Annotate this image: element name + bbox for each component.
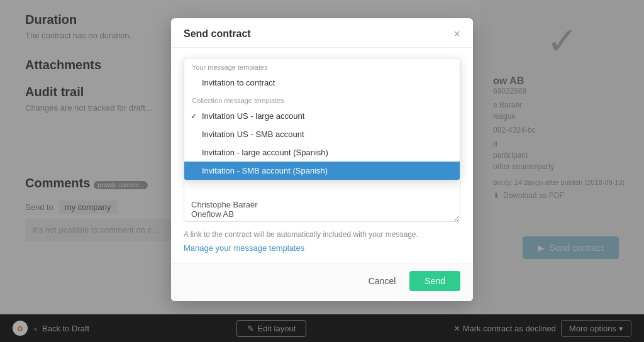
check-icon: ✓ bbox=[191, 112, 197, 121]
invitation-contract-label: Invitation to contract bbox=[202, 78, 275, 87]
group-label-collection-templates: Collection message templates bbox=[184, 92, 460, 107]
group-label-your-templates: Your message templates bbox=[184, 58, 460, 74]
template-item-smb-spanish[interactable]: Invitation - SMB account (Spanish) bbox=[184, 162, 460, 180]
us-large-label: Invitation US - large account bbox=[202, 111, 304, 121]
template-dropdown-container: Your message templates Invitation to con… bbox=[184, 58, 460, 155]
template-item-us-smb[interactable]: Invitation US - SMB account bbox=[184, 125, 460, 143]
modal-footer: Cancel Send bbox=[171, 263, 473, 301]
modal-title: Send contract bbox=[184, 28, 251, 40]
template-item-large-spanish[interactable]: Invitation - large account (Spanish) bbox=[184, 143, 460, 162]
large-spanish-label: Invitation - large account (Spanish) bbox=[202, 148, 328, 157]
modal-body: Your message templates Invitation to con… bbox=[171, 48, 473, 263]
template-item-us-large[interactable]: ✓ Invitation US - large account bbox=[184, 107, 460, 125]
template-item-invitation-contract[interactable]: Invitation to contract bbox=[184, 74, 460, 92]
template-dropdown-popup[interactable]: Your message templates Invitation to con… bbox=[184, 58, 460, 180]
send-contract-modal: Send contract × Your message templates I… bbox=[171, 18, 473, 301]
modal-close-button[interactable]: × bbox=[453, 28, 460, 40]
modal-hint-text: A link to the contract will be automatic… bbox=[184, 230, 460, 239]
cancel-button[interactable]: Cancel bbox=[361, 271, 404, 291]
us-smb-label: Invitation US - SMB account bbox=[202, 130, 304, 139]
manage-templates-link[interactable]: Manage your message templates bbox=[184, 243, 304, 253]
send-button[interactable]: Send bbox=[409, 271, 460, 291]
smb-spanish-label: Invitation - SMB account (Spanish) bbox=[202, 166, 328, 175]
modal-header: Send contract × bbox=[171, 18, 473, 48]
